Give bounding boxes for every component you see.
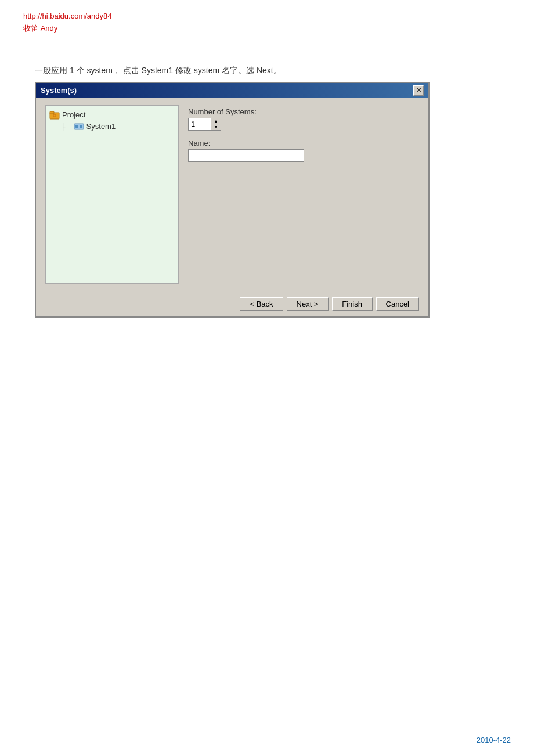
svg-rect-7 [80,125,82,128]
svg-rect-6 [75,127,78,128]
svg-rect-5 [75,125,78,127]
dialog-body: Project ├─ System1 Number of System [36,98,428,284]
tree-connector: ├─ [61,123,70,130]
dialog-footer: < Back Next > Finish Cancel [36,291,428,316]
project-icon [49,110,60,120]
footer-date: 2010-4-22 [477,736,511,744]
number-field-row: ▲ ▼ [188,118,419,131]
header-subtitle: 牧笛 Andy [23,23,511,35]
spinner-down-button[interactable]: ▼ [211,124,221,130]
tree-panel: Project ├─ System1 [45,105,179,284]
dialog-title: System(s) [41,86,77,95]
number-label: Number of Systems: [188,107,419,116]
cancel-button[interactable]: Cancel [376,297,419,311]
spinner-buttons: ▲ ▼ [211,118,221,131]
header: http://hi.baidu.com/andy84 牧笛 Andy [0,0,534,42]
header-link[interactable]: http://hi.baidu.com/andy84 [23,10,511,23]
spinner-up-button[interactable]: ▲ [211,118,221,124]
header-prefix: 牧笛 [23,24,41,33]
tree-item-system1[interactable]: ├─ System1 [61,121,175,132]
page-footer: 2010-4-22 [23,732,511,744]
project-label: Project [62,110,85,119]
instruction-text: 一般应用 1 个 system， 点击 System1 修改 system 名字… [0,42,534,82]
name-input[interactable] [188,149,304,162]
back-button[interactable]: < Back [240,297,283,311]
system-icon [74,122,84,131]
systems-dialog: System(s) ✕ Project [35,82,430,318]
svg-point-3 [54,114,56,116]
svg-rect-1 [50,111,54,114]
dialog-titlebar: System(s) ✕ [36,83,428,98]
dialog-close-button[interactable]: ✕ [413,85,424,96]
right-panel: Number of Systems: ▲ ▼ Name: [188,105,419,284]
finish-button[interactable]: Finish [332,297,373,311]
system1-label: System1 [86,122,116,131]
name-label: Name: [188,139,419,147]
header-name: Andy [41,24,58,33]
number-input[interactable] [188,118,211,131]
next-button[interactable]: Next > [287,297,329,311]
tree-item-project[interactable]: Project [49,109,175,121]
